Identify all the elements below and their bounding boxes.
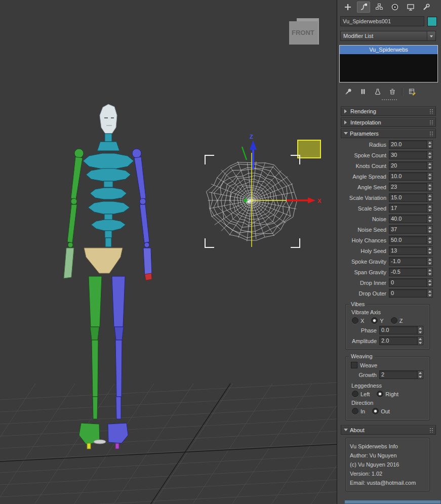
growth-label: Growth <box>349 372 379 378</box>
modifier-stack-item[interactable]: Vu_Spiderwebs <box>340 46 437 54</box>
spoke-count-label: Spoke Count <box>341 152 389 158</box>
about-email-line: Email: vusta@hotmail.com <box>350 479 427 487</box>
biped-figure[interactable] <box>64 104 152 449</box>
weave-label: Weave <box>360 362 377 368</box>
utilities-tab[interactable] <box>420 2 433 13</box>
span-gravity-field[interactable]: -0.5 <box>389 268 427 276</box>
phase-spinner[interactable] <box>418 326 423 334</box>
display-icon <box>407 3 415 11</box>
noise-seed-spinner[interactable] <box>427 225 433 234</box>
knots-count-spinner[interactable] <box>427 161 433 170</box>
scale-variation-spinner[interactable] <box>427 193 433 202</box>
splitter-grip <box>381 99 397 101</box>
object-name-field[interactable]: Vu_Spiderwebs001 <box>340 16 424 26</box>
spoke-count-field[interactable]: 30 <box>389 151 427 159</box>
param-row: Angle Spread 10.0 <box>341 172 433 181</box>
angle-seed-spinner[interactable] <box>427 183 433 191</box>
direction-in-radio[interactable] <box>352 408 358 414</box>
about-author-line: Author: Vu Nguyen <box>350 451 427 459</box>
radius-field[interactable]: 20.0 <box>389 140 427 149</box>
vibrate-axis-z-radio[interactable] <box>391 317 397 324</box>
noise-seed-field[interactable]: 37 <box>389 225 427 234</box>
y-axis[interactable] <box>242 147 247 160</box>
show-end-result-button[interactable] <box>358 87 368 97</box>
modifier-list-dropdown-button[interactable] <box>427 31 435 40</box>
drop-outer-spinner[interactable] <box>427 289 433 298</box>
growth-spinner[interactable] <box>418 370 423 379</box>
panel-splitter[interactable] <box>337 97 441 102</box>
growth-field[interactable]: 2 <box>379 370 418 379</box>
spoke-gravity-field[interactable]: -1.0 <box>389 257 427 266</box>
vibrate-axis-z-label: Z <box>399 318 403 324</box>
leggedness-right-radio[interactable] <box>377 391 383 397</box>
viewport[interactable]: Z X FRONT <box>0 0 337 504</box>
command-panel-tabs <box>337 0 441 13</box>
modifier-stack-tools <box>343 86 441 97</box>
drop-inner-field[interactable]: 0 <box>389 278 427 287</box>
holy-chances-spinner[interactable] <box>427 236 433 244</box>
leggedness-left-radio[interactable] <box>352 391 358 397</box>
figure-pelvis <box>84 248 123 273</box>
viewport-canvas[interactable]: Z X FRONT <box>0 0 337 504</box>
figure-torso <box>83 153 134 247</box>
motion-tab[interactable] <box>388 2 402 13</box>
modifier-list-dropdown[interactable]: Modifier List <box>340 31 436 41</box>
param-row: Scale Seed 17 <box>341 204 433 213</box>
leggedness-label: Leggedness <box>351 383 426 389</box>
scale-variation-field[interactable]: 15.0 <box>389 193 427 202</box>
modifier-list-label: Modifier List <box>341 33 427 39</box>
amplitude-spinner[interactable] <box>418 337 423 345</box>
angle-spread-label: Angle Spread <box>341 174 389 180</box>
amplitude-field[interactable]: 2.0 <box>379 337 418 345</box>
scale-seed-spinner[interactable] <box>427 204 433 213</box>
drop-inner-spinner[interactable] <box>427 278 433 287</box>
pin-stack-button[interactable] <box>343 87 353 97</box>
param-row: Holy Chances 50.0 <box>341 236 433 244</box>
yellow-box-object[interactable] <box>298 140 320 158</box>
holy-seed-spinner[interactable] <box>427 246 433 255</box>
vibrate-axis-x-radio[interactable] <box>352 317 358 324</box>
weave-checkbox[interactable] <box>351 362 357 368</box>
create-tab[interactable] <box>341 2 354 13</box>
object-color-swatch[interactable] <box>427 17 437 26</box>
hierarchy-tab[interactable] <box>373 2 386 13</box>
x-axis-label: X <box>317 198 322 204</box>
make-unique-icon <box>374 88 382 96</box>
spoke-count-spinner[interactable] <box>427 151 433 159</box>
vibrate-axis-y-radio[interactable] <box>371 317 378 324</box>
knots-count-field[interactable]: 20 <box>389 161 427 170</box>
modifier-stack[interactable]: Vu_Spiderwebs <box>339 45 438 82</box>
angle-spread-spinner[interactable] <box>427 172 433 181</box>
phase-field[interactable]: 0.0 <box>379 326 418 334</box>
angle-seed-field[interactable]: 23 <box>389 183 427 191</box>
rollout-about-header[interactable]: About <box>341 425 436 435</box>
holy-seed-label: Holy Seed <box>341 248 389 254</box>
spoke-gravity-spinner[interactable] <box>427 257 433 266</box>
toolbar-divider <box>402 88 403 96</box>
make-unique-button[interactable] <box>373 87 383 97</box>
noise-spinner[interactable] <box>427 215 433 223</box>
param-row: Spoke Count 30 <box>341 151 433 159</box>
knots-count-label: Knots Count <box>341 163 389 169</box>
holy-seed-field[interactable]: 13 <box>389 246 427 255</box>
remove-modifier-button[interactable] <box>387 87 397 97</box>
configure-modifier-sets-button[interactable] <box>407 87 417 97</box>
rollout-rendering-header[interactable]: Rendering <box>341 106 436 116</box>
radius-spinner[interactable] <box>427 140 433 149</box>
rollout-parameters-header[interactable]: Parameters <box>341 129 436 138</box>
holy-chances-field[interactable]: 50.0 <box>389 236 427 244</box>
noise-field[interactable]: 40.0 <box>389 215 427 223</box>
span-gravity-spinner[interactable] <box>427 268 433 276</box>
scale-seed-field[interactable]: 17 <box>389 204 427 213</box>
panel-horizontal-scrollbar[interactable] <box>344 500 441 504</box>
drop-outer-field[interactable]: 0 <box>389 289 427 298</box>
modify-icon <box>359 3 368 11</box>
param-row: Radius 20.0 <box>341 140 433 149</box>
direction-out-radio[interactable] <box>372 408 379 414</box>
command-panel: Vu_Spiderwebs001 Modifier List Vu_Spider… <box>337 0 441 504</box>
rollout-interpolation-header[interactable]: Interpolation <box>341 117 436 127</box>
angle-spread-field[interactable]: 10.0 <box>389 172 427 181</box>
display-tab[interactable] <box>404 2 417 13</box>
modify-tab[interactable] <box>357 2 370 13</box>
z-axis-label: Z <box>250 134 253 140</box>
